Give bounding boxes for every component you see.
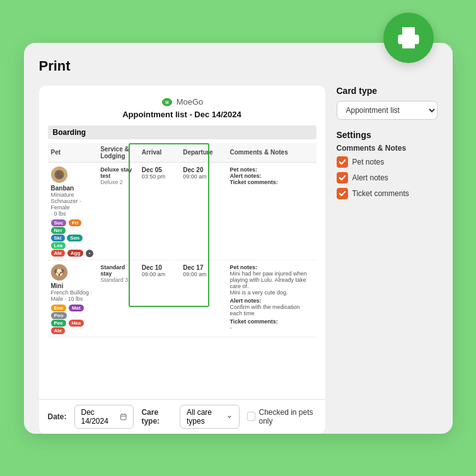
print-icon-circle[interactable]: [383, 13, 434, 63]
tag-ale-mini: Ale: [51, 327, 65, 334]
arrival-banban: Dec 05 03:50 pm: [139, 162, 180, 260]
card-type-section: Card type Appointment list: [337, 86, 438, 120]
departure-mini: Dec 17 09:00 am: [180, 260, 226, 337]
date-input[interactable]: Dec 14/2024: [74, 405, 134, 429]
tag-ner: Ner: [51, 227, 66, 234]
doc-title: Appointment list - Dec 14/2024: [48, 110, 316, 119]
doc-header: M MoeGo Appointment list - Dec 14/2024: [48, 97, 316, 119]
checkmark-icon: [339, 190, 346, 197]
comments-notes-title: Comments & Notes: [337, 144, 438, 153]
page-title: Print: [39, 58, 438, 74]
settings-section: Settings Comments & Notes Pet notes Aler…: [337, 130, 438, 199]
table-outer: Pet Service & Lodging Arrival Departure …: [48, 143, 316, 337]
ticket-comments-label-mini: Ticket comments:: [229, 318, 313, 325]
checkmark-icon: [339, 158, 346, 166]
table-row: 🐶 Mini French Bulldog ·Male · 10 lbs Ene…: [48, 260, 316, 337]
section-header: Boarding: [48, 125, 316, 139]
pet-notes-label: Pet notes: [352, 158, 385, 166]
tag-ski: Ski: [51, 235, 65, 241]
col-header-service: Service & Lodging: [97, 143, 139, 163]
settings-title: Settings: [337, 130, 438, 140]
col-header-departure: Departure: [180, 143, 226, 163]
arrival-mini: Dec 10 09:00 am: [139, 260, 180, 337]
chevron-down-icon: [226, 413, 233, 421]
calendar-icon: [120, 412, 127, 421]
appointment-table: Pet Service & Lodging Arrival Departure …: [48, 143, 316, 337]
tag-lea: Lea: [51, 242, 66, 249]
col-header-pet: Pet: [48, 143, 98, 163]
pet-notes-checkbox[interactable]: [337, 156, 348, 168]
pet-tags-mini: Ene Mat Poo Pee Hea Ale: [51, 304, 95, 334]
right-panel: Card type Appointment list Settings Comm…: [337, 86, 438, 434]
doc-preview: M MoeGo Appointment list - Dec 14/2024 B…: [39, 86, 325, 434]
alert-notes-label: Alert notes: [352, 173, 388, 182]
ticket-comments-label-banban: Ticket comments:: [229, 179, 313, 185]
pet-breed-banban: MiniatureSchnauzer · Female· 0 lbs: [51, 192, 95, 217]
checked-in-label: Checked in pets only: [259, 408, 316, 426]
alert-notes-row: Alert notes: [337, 172, 438, 183]
alert-notes-label-banban: Alert notes:: [229, 173, 313, 179]
departure-banban: Dec 20 09:00 am: [180, 162, 226, 260]
avatar: 🐾: [51, 166, 67, 183]
checkmark-icon: [339, 174, 346, 182]
service-banban: Deluxe stay test Deluxe 2: [97, 162, 139, 260]
tag-mat: Mat: [69, 305, 84, 311]
tag-sen: Sen: [67, 235, 83, 241]
tag-soc: Soc: [51, 219, 67, 226]
ticket-comments-row: Ticket comments: [337, 188, 438, 199]
tag-dot: •: [86, 250, 93, 257]
tag-agg: Agg: [67, 250, 84, 257]
content-area: M MoeGo Appointment list - Dec 14/2024 B…: [39, 86, 438, 434]
date-value: Dec 14/2024: [81, 408, 116, 426]
svg-text:🐾: 🐾: [57, 172, 62, 178]
table-row: 🐾 Banban MiniatureSchnauzer · Female· 0 …: [48, 162, 316, 260]
pet-notes-text-mini: Mini had her paw injured when playing wi…: [229, 270, 313, 296]
doc-logo: M MoeGo: [48, 97, 316, 107]
comments-mini: Pet notes: Mini had her paw injured when…: [226, 260, 316, 337]
tag-fri: Fri: [69, 219, 81, 226]
doc-logo-text: MoeGo: [177, 97, 204, 107]
service-mini: Standard stay Standard 3: [97, 260, 139, 337]
pet-name-mini: Mini: [51, 282, 95, 289]
pet-avatar-icon: 🐾: [54, 169, 65, 180]
pet-notes-label-mini: Pet notes:: [229, 264, 313, 270]
alert-notes-label-mini: Alert notes:: [229, 298, 313, 304]
pet-tags-banban: Soc Fri Ner Ski Sen Lea Ale Agg •: [51, 219, 95, 257]
ticket-comments-checkbox[interactable]: [337, 188, 348, 199]
pet-breed-mini: French Bulldog ·Male · 10 lbs: [51, 289, 95, 302]
printer-icon: [396, 25, 421, 50]
date-label: Date:: [48, 412, 67, 421]
moego-logo-icon: M: [161, 97, 173, 107]
tag-pee: Pee: [51, 320, 66, 327]
pet-notes-label-banban: Pet notes:: [229, 166, 313, 173]
care-type-value: All care types: [187, 408, 224, 426]
svg-text:M: M: [165, 100, 168, 105]
doc-bottom-bar: Date: Dec 14/2024 Care type: All care ty…: [39, 399, 325, 434]
pet-info-banban: 🐾 Banban MiniatureSchnauzer · Female· 0 …: [48, 162, 98, 260]
care-type-select[interactable]: All care types: [180, 405, 240, 429]
ticket-comments-label: Ticket comments: [352, 189, 409, 198]
ticket-comments-text-mini: -: [229, 325, 313, 331]
svg-rect-4: [120, 414, 126, 420]
tag-hea: Hea: [69, 320, 84, 327]
pet-name-banban: Banban: [51, 185, 95, 192]
tag-ene: Ene: [51, 305, 67, 311]
pet-notes-row: Pet notes: [337, 156, 438, 168]
comments-banban: Pet notes: Alert notes: Ticket comments:: [226, 162, 316, 260]
pet-info-mini: 🐶 Mini French Bulldog ·Male · 10 lbs Ene…: [48, 260, 98, 337]
tag-poo: Poo: [51, 312, 67, 319]
alert-notes-text-mini: Confirm with the medication each time: [229, 304, 313, 316]
alert-notes-checkbox[interactable]: [337, 172, 348, 183]
main-card: Print M MoeGo Appointment list - Dec 14/…: [24, 43, 453, 434]
card-type-label: Card type: [337, 86, 438, 96]
tag-ale: Ale: [51, 250, 65, 257]
checked-in-area[interactable]: Checked in pets only: [247, 408, 316, 426]
avatar-mini: 🐶: [51, 264, 67, 281]
checked-in-checkbox[interactable]: [247, 412, 255, 421]
col-header-arrival: Arrival: [139, 143, 180, 163]
card-type-select[interactable]: Appointment list: [337, 101, 438, 120]
col-header-comments: Comments & Notes: [226, 143, 316, 163]
care-type-label: Care type:: [141, 408, 172, 426]
